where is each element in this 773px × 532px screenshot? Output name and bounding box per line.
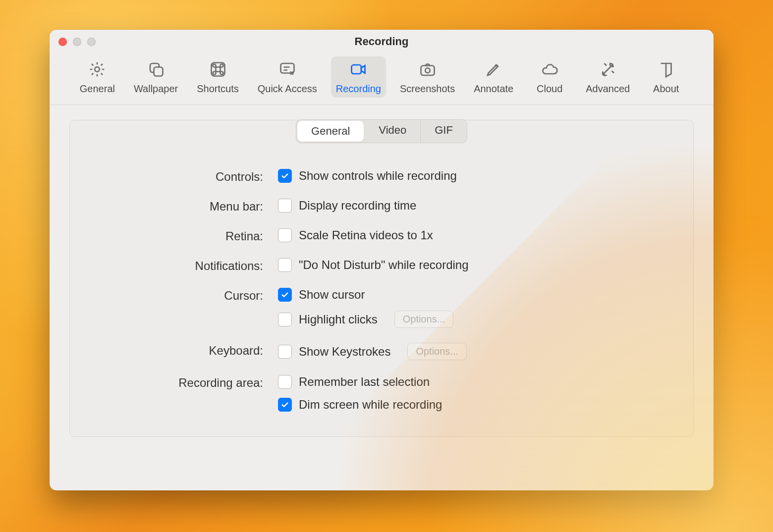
checkbox-icon [278, 258, 292, 272]
checkbox-icon [278, 398, 292, 412]
checkbox-icon [278, 345, 292, 359]
window-controls [58, 38, 96, 46]
video-camera-icon [348, 60, 368, 80]
checkbox-label: "Do Not Disturb" while recording [299, 258, 469, 272]
checkbox-icon [278, 375, 292, 389]
label-retina: Retina: [70, 228, 263, 243]
svg-point-7 [425, 68, 430, 73]
tools-icon [598, 60, 618, 80]
label-notifications: Notifications: [70, 258, 263, 273]
tab-recording[interactable]: Recording [331, 56, 386, 98]
command-icon [208, 60, 228, 80]
checkbox-label: Dim screen while recording [299, 398, 442, 412]
checkbox-icon [278, 199, 292, 213]
checkbox-show-controls[interactable]: Show controls while recording [278, 169, 663, 183]
svg-rect-6 [421, 66, 434, 76]
maximize-window-button[interactable] [87, 38, 96, 46]
about-icon [656, 60, 676, 80]
tab-annotate[interactable]: Annotate [469, 56, 518, 98]
camera-icon [418, 60, 438, 80]
checkbox-label: Scale Retina videos to 1x [299, 228, 433, 242]
checkbox-label: Display recording time [299, 199, 416, 213]
tab-label: Screenshots [400, 83, 455, 95]
svg-rect-2 [154, 67, 163, 76]
subtab-general[interactable]: General [297, 121, 364, 142]
tab-cloud[interactable]: Cloud [527, 56, 572, 98]
tab-quick-access[interactable]: Quick Access [253, 56, 322, 98]
checkbox-show-keystrokes[interactable]: Show Keystrokes Options... [278, 343, 663, 360]
checkbox-display-recording-time[interactable]: Display recording time [278, 199, 663, 213]
svg-point-0 [95, 67, 100, 72]
minimize-window-button[interactable] [73, 38, 81, 46]
tab-label: Advanced [586, 83, 630, 95]
subtab-video[interactable]: Video [365, 120, 421, 143]
label-menubar: Menu bar: [70, 199, 263, 213]
subtab-segmented-control: General Video GIF [296, 119, 467, 143]
checkbox-label: Remember last selection [299, 375, 430, 389]
tab-about[interactable]: About [644, 56, 688, 98]
tab-label: Cloud [537, 83, 562, 95]
label-cursor: Cursor: [70, 288, 263, 303]
checkbox-label: Show controls while recording [299, 169, 457, 183]
gear-icon [87, 60, 107, 80]
close-window-button[interactable] [58, 38, 67, 46]
pencil-icon [484, 60, 503, 80]
tab-label: Quick Access [258, 83, 317, 95]
tab-shortcuts[interactable]: Shortcuts [192, 56, 243, 98]
checkbox-icon [278, 313, 292, 326]
tab-wallpaper[interactable]: Wallpaper [129, 56, 183, 98]
checkbox-icon [278, 228, 292, 242]
svg-rect-5 [352, 65, 362, 74]
tab-label: About [653, 83, 679, 95]
checkbox-label: Show cursor [299, 288, 365, 302]
desktop-background: Recording General [0, 0, 773, 532]
label-recording-area: Recording area: [70, 375, 263, 390]
settings-panel: General Video GIF Controls: Show control… [69, 120, 694, 437]
checkbox-icon [278, 169, 292, 183]
checkbox-show-cursor[interactable]: Show cursor [278, 288, 663, 302]
tab-label: Recording [336, 83, 381, 95]
label-keyboard: Keyboard: [70, 343, 263, 358]
titlebar: Recording [50, 30, 714, 53]
tab-label: Annotate [474, 83, 513, 95]
checkbox-label: Show Keystrokes [299, 345, 390, 359]
subtab-gif[interactable]: GIF [421, 120, 467, 143]
checkbox-icon [278, 288, 292, 302]
preferences-pane: General Video GIF Controls: Show control… [50, 105, 714, 457]
tab-label: General [80, 83, 115, 95]
settings-form: Controls: Show controls while recording … [70, 159, 693, 412]
highlight-clicks-options-button[interactable]: Options... [394, 311, 454, 328]
tab-advanced[interactable]: Advanced [581, 56, 635, 98]
checkbox-dnd[interactable]: "Do Not Disturb" while recording [278, 258, 663, 272]
checkbox-label: Highlight clicks [299, 313, 378, 326]
wallpaper-icon [146, 60, 166, 80]
tab-general[interactable]: General [75, 56, 120, 98]
tab-label: Shortcuts [197, 83, 238, 95]
tab-label: Wallpaper [134, 83, 178, 95]
cloud-icon [540, 60, 559, 80]
checkbox-highlight-clicks[interactable]: Highlight clicks Options... [278, 311, 663, 328]
window-title: Recording [355, 35, 409, 48]
checkbox-scale-retina[interactable]: Scale Retina videos to 1x [278, 228, 663, 242]
svg-rect-4 [280, 63, 294, 73]
checkbox-dim-screen[interactable]: Dim screen while recording [278, 398, 663, 412]
preferences-toolbar: General Wallpaper Shor [50, 53, 714, 105]
preferences-window: Recording General [50, 30, 714, 490]
quick-access-icon [277, 60, 297, 80]
label-controls: Controls: [70, 169, 263, 184]
keystrokes-options-button[interactable]: Options... [407, 343, 467, 360]
tab-screenshots[interactable]: Screenshots [395, 56, 460, 98]
checkbox-remember-selection[interactable]: Remember last selection [278, 375, 663, 389]
